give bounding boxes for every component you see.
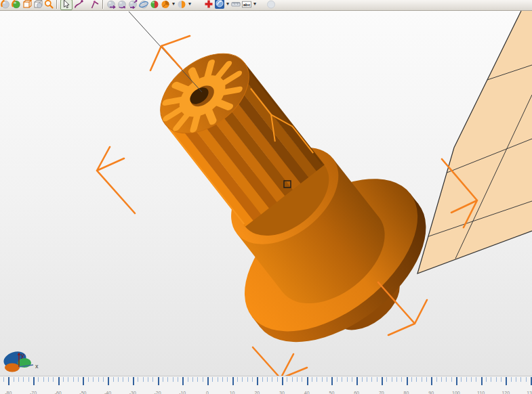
ruler-tick (108, 377, 109, 385)
ruler-tick (511, 377, 512, 382)
ruler-tick (416, 377, 417, 382)
ruler-tick (516, 377, 516, 382)
ruler-tick (471, 377, 472, 382)
ruler-tick (486, 377, 487, 382)
shaded-view-button[interactable] (12, 0, 21, 9)
ruler-tick (63, 377, 64, 382)
ruler-tick (491, 377, 491, 382)
zoom-tool-button[interactable] (44, 0, 54, 9)
show-platform-button[interactable] (22, 0, 32, 9)
add-part-button[interactable] (204, 0, 213, 9)
ruler-tick (407, 377, 408, 385)
cut-part-button[interactable] (177, 0, 186, 9)
scale-part-button[interactable] (128, 0, 138, 9)
path-tool-button[interactable] (90, 0, 100, 9)
label-tool-dropdown[interactable]: ▾ (252, 0, 258, 9)
ruler-tick (14, 377, 14, 382)
ruler-tick (33, 377, 35, 385)
ruler-tick (496, 377, 497, 382)
ruler-tick (212, 377, 213, 382)
ruler-tick (98, 377, 99, 382)
ruler-tick (138, 377, 138, 382)
ruler-tick-label: 10 (230, 391, 235, 394)
ruler-tick (18, 377, 19, 382)
ruler-tick (58, 377, 60, 385)
ruler-tick (461, 377, 462, 382)
disabled-tool-button[interactable] (266, 0, 276, 9)
label-tool-button[interactable]: abc (242, 0, 251, 9)
ruler-tick (182, 377, 184, 385)
repair-part-button[interactable] (150, 0, 159, 9)
ruler-tick (436, 377, 437, 382)
ruler-tick (218, 377, 218, 382)
ruler-tick (426, 377, 427, 382)
triad-x-label: x (35, 363, 39, 370)
move-part-button[interactable] (106, 0, 116, 9)
ruler-tick (252, 377, 253, 382)
ruler-tick-label: 70 (379, 391, 384, 394)
repair-script-dropdown[interactable]: ▾ (225, 0, 230, 9)
shells-view-button[interactable] (161, 0, 170, 9)
ruler-tick (356, 377, 358, 385)
ruler-tick-label: -70 (30, 391, 37, 394)
ruler-tick (192, 377, 193, 382)
ruler-tick (262, 377, 263, 382)
cad-application-window: { "app": {"title": "3D CAD viewport"}, "… (0, 0, 532, 394)
measure-button[interactable] (231, 0, 241, 9)
toolbar-gap (192, 0, 203, 9)
toolbar-separator (102, 0, 104, 9)
ruler-tick-label: 130 (527, 391, 532, 394)
ruler-tick (163, 377, 163, 382)
ruler-tick (257, 377, 258, 385)
ruler-tick (247, 377, 248, 382)
curve-tool-button[interactable] (74, 0, 83, 9)
toolbar-gap (258, 0, 266, 9)
ruler-tick (73, 377, 74, 382)
ruler-tick (352, 377, 352, 382)
ruler-tick (143, 377, 144, 382)
ruler-tick (118, 377, 119, 382)
ruler-tick-label: -30 (129, 391, 136, 394)
ruler-tick-label: 110 (477, 391, 485, 394)
ruler-tick (316, 377, 317, 382)
ruler-tick-label: -60 (55, 391, 62, 394)
rotate-part-button[interactable] (117, 0, 127, 9)
ruler-tick (337, 377, 337, 382)
orbit-part-button[interactable] (139, 0, 148, 9)
select-tool-button[interactable] (60, 0, 73, 10)
ruler-tick (327, 377, 327, 382)
ruler-tick-label: 90 (428, 391, 434, 394)
ruler-tick (411, 377, 412, 382)
ruler-tick (451, 377, 452, 382)
ruler-tick (93, 377, 94, 382)
ruler-tick (113, 377, 114, 382)
ruler-tick (173, 377, 173, 382)
ruler-tick-label: -50 (79, 391, 86, 394)
ruler-tick (103, 377, 104, 382)
ruler-tick (481, 377, 483, 385)
ruler-tick (476, 377, 476, 382)
ruler-tick (178, 377, 178, 382)
ruler-tick (53, 377, 54, 382)
cut-part-dropdown[interactable]: ▾ (187, 0, 192, 9)
ruler-tick (466, 377, 467, 382)
ruler-tick (307, 377, 308, 385)
repair-script-button[interactable] (215, 0, 224, 9)
ruler-tick (441, 377, 442, 382)
viewport-3d[interactable] (0, 0, 532, 394)
ruler-tick (38, 377, 39, 382)
shells-view-dropdown[interactable]: ▾ (171, 0, 176, 9)
ruler-tick (158, 377, 159, 385)
ruler-tick (222, 377, 223, 382)
ruler-tick (23, 377, 24, 382)
ruler-tick (446, 377, 447, 382)
ruler-tick (501, 377, 502, 382)
fit-view-button[interactable] (33, 0, 43, 9)
zoom-to-part-button[interactable] (1, 0, 10, 9)
axis-triad: y x (1, 345, 45, 379)
ruler-tick (232, 377, 234, 385)
ruler-tick (401, 377, 402, 382)
ruler-tick-label: 120 (502, 391, 510, 394)
ruler-tick (88, 377, 89, 382)
toolbar-separator (56, 0, 58, 9)
